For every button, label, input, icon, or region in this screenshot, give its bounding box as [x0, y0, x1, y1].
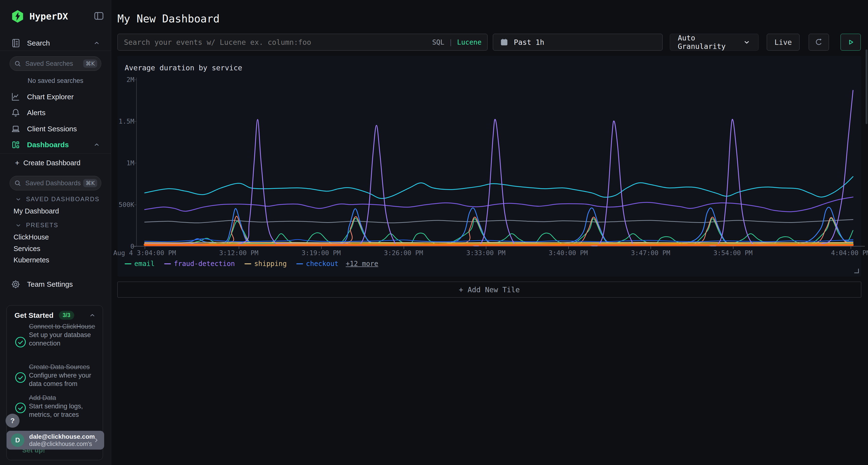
event-search-box[interactable]: SQL | Lucene — [117, 34, 488, 51]
sql-toggle[interactable]: SQL — [432, 38, 444, 46]
x-tick-mark — [145, 246, 145, 249]
legend-item-email[interactable]: email — [125, 260, 155, 268]
x-tick-label: Aug 4 3:04:00 PM — [113, 249, 176, 257]
collapse-sidebar-icon[interactable] — [93, 10, 105, 22]
legend-label: checkout — [306, 260, 339, 268]
sidebar-item-my-dashboard[interactable]: My Dashboard — [13, 207, 59, 215]
series-other-gray — [145, 220, 853, 223]
sidebar-item-client-sessions[interactable]: Client Sessions — [10, 123, 100, 135]
saved-searches-search[interactable]: ⌘K — [10, 56, 101, 71]
help-button[interactable]: ? — [5, 414, 20, 428]
user-name: dale@clickhouse.com — [29, 433, 88, 440]
event-search-input[interactable] — [123, 38, 428, 47]
series-other-orange — [145, 245, 853, 245]
create-dashboard-button[interactable]: + Create Dashboard — [15, 159, 81, 167]
dashboard-tile: Average duration by service 2M1.5M1M500K… — [117, 56, 861, 276]
sidebar-item-label: Team Settings — [27, 280, 73, 289]
checklist-item-title: Add Data — [29, 394, 96, 402]
live-label: Live — [774, 38, 792, 46]
x-tick-mark — [321, 246, 322, 249]
scrollbar-thumb[interactable] — [866, 49, 868, 124]
lucene-toggle[interactable]: Lucene — [457, 38, 482, 46]
get-started-header[interactable]: Get Started 3/3 — [14, 311, 96, 320]
section-saved-dashboards[interactable]: SAVED DASHBOARDS — [15, 196, 100, 203]
create-dashboard-label: Create Dashboard — [23, 159, 81, 167]
checklist-item-desc: Set up your database connection — [29, 331, 96, 348]
x-tick-mark — [651, 246, 651, 249]
legend-swatch — [245, 263, 251, 264]
x-tick-label: 3:12:00 PM — [219, 249, 258, 257]
chevron-down-icon — [15, 196, 22, 203]
hyperdx-logo-icon — [10, 9, 25, 24]
divider — [0, 154, 111, 154]
checklist-item[interactable]: Connect to ClickHouse Set up your databa… — [29, 322, 96, 348]
divider — [0, 51, 111, 51]
granularity-select[interactable]: Auto Granularity — [670, 34, 758, 51]
legend-swatch — [125, 263, 131, 264]
dashboards-icon — [10, 140, 21, 150]
refresh-button[interactable] — [809, 34, 829, 51]
laptop-icon — [10, 124, 21, 134]
check-circle-icon — [14, 401, 27, 414]
checklist-item[interactable]: Add Data Start sending logs, metrics, or… — [29, 394, 96, 419]
run-query-button[interactable] — [840, 34, 861, 51]
x-tick-mark — [733, 246, 734, 249]
x-tick-label: 3:40:00 PM — [549, 249, 588, 257]
user-menu[interactable]: D dale@clickhouse.com dale@clickhouse.co… — [6, 431, 104, 450]
sidebar-item-alerts[interactable]: Alerts — [10, 107, 100, 119]
chevron-up-icon — [89, 312, 96, 319]
search-section-icon — [10, 38, 21, 48]
legend-item-checkout[interactable]: checkout — [296, 260, 339, 268]
refresh-icon — [814, 37, 824, 47]
sidebar-item-team-settings[interactable]: Team Settings — [10, 278, 100, 290]
sidebar-item-search[interactable]: Search — [10, 37, 100, 49]
plus-icon: + — [15, 159, 20, 167]
toggle-divider: | — [449, 38, 453, 46]
hyperdx-app: HyperDX Search — [0, 0, 868, 465]
series-fraud-detection — [145, 90, 853, 246]
section-label: SAVED DASHBOARDS — [26, 196, 100, 203]
legend-label: shipping — [254, 260, 287, 268]
sidebar-item-services[interactable]: Services — [13, 245, 40, 253]
help-label: ? — [10, 417, 15, 425]
resize-handle[interactable] — [854, 269, 859, 273]
chevron-down-icon — [15, 222, 22, 229]
legend-label: fraud-detection — [174, 260, 235, 268]
saved-searches-input[interactable] — [25, 60, 83, 68]
y-tick-mark — [134, 163, 136, 163]
search-icon — [14, 60, 22, 67]
add-new-tile-button[interactable]: + Add New Tile — [117, 281, 861, 298]
x-tick-label: 3:19:00 PM — [302, 249, 341, 257]
user-subtitle: dale@clickhouse.com's — [29, 440, 88, 447]
legend-more-button[interactable]: +12 more — [346, 260, 378, 268]
series-other-blue-dark — [145, 239, 853, 242]
checklist-item-desc: Start sending logs, metrics, or traces — [29, 402, 96, 419]
brand-name: HyperDX — [29, 11, 68, 22]
checklist-item[interactable]: Create Data Sources Configure where your… — [29, 363, 96, 388]
x-tick-mark — [850, 246, 851, 249]
legend-item-shipping[interactable]: shipping — [245, 260, 287, 268]
sidebar-item-dashboards[interactable]: Dashboards — [10, 139, 100, 151]
play-icon — [846, 38, 855, 46]
legend-item-fraud-detection[interactable]: fraud-detection — [164, 260, 235, 268]
time-range-value: Past 1h — [514, 38, 544, 46]
sidebar-item-kubernetes[interactable]: Kubernetes — [13, 256, 49, 264]
checklist-item-title: Create Data Sources — [29, 363, 96, 371]
time-range-picker[interactable]: Past 1h — [493, 34, 662, 51]
page-title: My New Dashboard — [117, 12, 220, 25]
live-button[interactable]: Live — [767, 34, 800, 51]
sidebar-item-chart-explorer[interactable]: Chart Explorer — [10, 91, 100, 103]
bell-icon — [10, 108, 21, 118]
x-tick-mark — [486, 246, 486, 249]
sidebar-item-clickhouse[interactable]: ClickHouse — [13, 233, 49, 241]
x-tick-mark — [568, 246, 569, 249]
chevron-down-icon — [743, 38, 751, 46]
chevron-right-icon — [93, 437, 100, 444]
saved-dashboards-input[interactable] — [25, 179, 83, 187]
line-chart[interactable] — [136, 79, 854, 246]
section-presets[interactable]: PRESETS — [15, 222, 58, 229]
series-shipping — [145, 242, 853, 243]
sidebar-item-label: Search — [27, 39, 50, 47]
sidebar-item-label: Chart Explorer — [27, 93, 73, 101]
saved-dashboards-search[interactable]: ⌘K — [10, 176, 101, 190]
